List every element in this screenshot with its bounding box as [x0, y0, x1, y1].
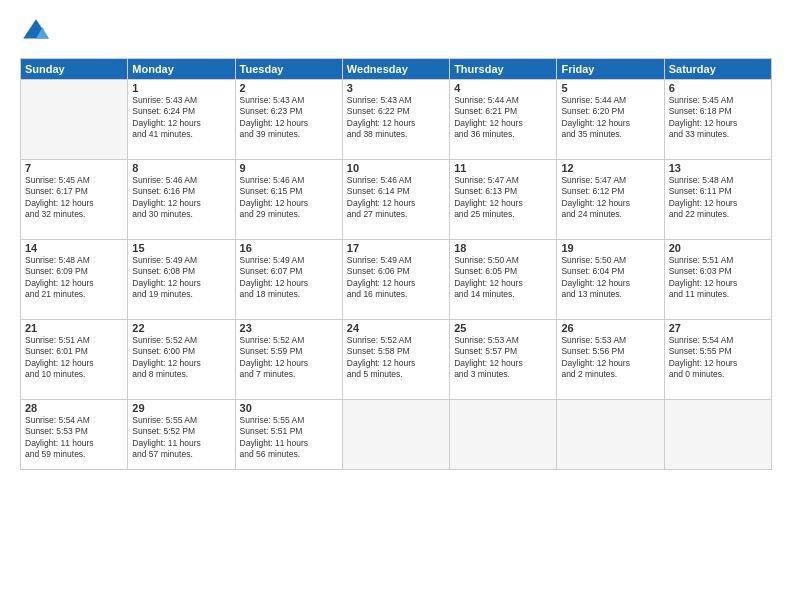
day-number: 29	[132, 402, 230, 414]
calendar-cell: 13Sunrise: 5:48 AM Sunset: 6:11 PM Dayli…	[664, 160, 771, 240]
calendar-cell	[342, 400, 449, 470]
calendar-header-sunday: Sunday	[21, 59, 128, 80]
page: SundayMondayTuesdayWednesdayThursdayFrid…	[0, 0, 792, 612]
day-number: 28	[25, 402, 123, 414]
calendar-cell: 26Sunrise: 5:53 AM Sunset: 5:56 PM Dayli…	[557, 320, 664, 400]
day-info: Sunrise: 5:43 AM Sunset: 6:24 PM Dayligh…	[132, 95, 230, 141]
calendar-cell: 24Sunrise: 5:52 AM Sunset: 5:58 PM Dayli…	[342, 320, 449, 400]
day-info: Sunrise: 5:46 AM Sunset: 6:16 PM Dayligh…	[132, 175, 230, 221]
day-number: 22	[132, 322, 230, 334]
day-info: Sunrise: 5:50 AM Sunset: 6:05 PM Dayligh…	[454, 255, 552, 301]
day-info: Sunrise: 5:52 AM Sunset: 5:59 PM Dayligh…	[240, 335, 338, 381]
day-number: 27	[669, 322, 767, 334]
calendar-cell: 27Sunrise: 5:54 AM Sunset: 5:55 PM Dayli…	[664, 320, 771, 400]
day-number: 14	[25, 242, 123, 254]
calendar-cell: 18Sunrise: 5:50 AM Sunset: 6:05 PM Dayli…	[450, 240, 557, 320]
day-info: Sunrise: 5:48 AM Sunset: 6:11 PM Dayligh…	[669, 175, 767, 221]
day-number: 18	[454, 242, 552, 254]
calendar-cell	[21, 80, 128, 160]
day-info: Sunrise: 5:53 AM Sunset: 5:57 PM Dayligh…	[454, 335, 552, 381]
calendar-cell: 15Sunrise: 5:49 AM Sunset: 6:08 PM Dayli…	[128, 240, 235, 320]
day-number: 24	[347, 322, 445, 334]
calendar-header-row: SundayMondayTuesdayWednesdayThursdayFrid…	[21, 59, 772, 80]
day-info: Sunrise: 5:43 AM Sunset: 6:23 PM Dayligh…	[240, 95, 338, 141]
day-info: Sunrise: 5:44 AM Sunset: 6:20 PM Dayligh…	[561, 95, 659, 141]
day-number: 15	[132, 242, 230, 254]
calendar-cell: 4Sunrise: 5:44 AM Sunset: 6:21 PM Daylig…	[450, 80, 557, 160]
calendar-cell: 30Sunrise: 5:55 AM Sunset: 5:51 PM Dayli…	[235, 400, 342, 470]
calendar-cell: 14Sunrise: 5:48 AM Sunset: 6:09 PM Dayli…	[21, 240, 128, 320]
calendar-week-1: 1Sunrise: 5:43 AM Sunset: 6:24 PM Daylig…	[21, 80, 772, 160]
day-number: 2	[240, 82, 338, 94]
day-info: Sunrise: 5:49 AM Sunset: 6:08 PM Dayligh…	[132, 255, 230, 301]
calendar-cell: 17Sunrise: 5:49 AM Sunset: 6:06 PM Dayli…	[342, 240, 449, 320]
day-info: Sunrise: 5:52 AM Sunset: 5:58 PM Dayligh…	[347, 335, 445, 381]
day-number: 17	[347, 242, 445, 254]
day-info: Sunrise: 5:55 AM Sunset: 5:52 PM Dayligh…	[132, 415, 230, 461]
day-number: 16	[240, 242, 338, 254]
calendar-cell: 10Sunrise: 5:46 AM Sunset: 6:14 PM Dayli…	[342, 160, 449, 240]
calendar-cell	[664, 400, 771, 470]
calendar-cell	[557, 400, 664, 470]
calendar-cell	[450, 400, 557, 470]
calendar-cell: 29Sunrise: 5:55 AM Sunset: 5:52 PM Dayli…	[128, 400, 235, 470]
calendar-cell: 7Sunrise: 5:45 AM Sunset: 6:17 PM Daylig…	[21, 160, 128, 240]
day-number: 21	[25, 322, 123, 334]
day-number: 30	[240, 402, 338, 414]
calendar-cell: 28Sunrise: 5:54 AM Sunset: 5:53 PM Dayli…	[21, 400, 128, 470]
day-number: 6	[669, 82, 767, 94]
day-number: 23	[240, 322, 338, 334]
calendar-cell: 2Sunrise: 5:43 AM Sunset: 6:23 PM Daylig…	[235, 80, 342, 160]
day-info: Sunrise: 5:51 AM Sunset: 6:01 PM Dayligh…	[25, 335, 123, 381]
calendar-cell: 1Sunrise: 5:43 AM Sunset: 6:24 PM Daylig…	[128, 80, 235, 160]
day-number: 3	[347, 82, 445, 94]
header	[20, 16, 772, 48]
day-number: 20	[669, 242, 767, 254]
day-info: Sunrise: 5:54 AM Sunset: 5:55 PM Dayligh…	[669, 335, 767, 381]
calendar-cell: 23Sunrise: 5:52 AM Sunset: 5:59 PM Dayli…	[235, 320, 342, 400]
calendar-week-4: 21Sunrise: 5:51 AM Sunset: 6:01 PM Dayli…	[21, 320, 772, 400]
calendar-header-tuesday: Tuesday	[235, 59, 342, 80]
calendar-header-friday: Friday	[557, 59, 664, 80]
day-info: Sunrise: 5:53 AM Sunset: 5:56 PM Dayligh…	[561, 335, 659, 381]
day-info: Sunrise: 5:47 AM Sunset: 6:13 PM Dayligh…	[454, 175, 552, 221]
day-info: Sunrise: 5:54 AM Sunset: 5:53 PM Dayligh…	[25, 415, 123, 461]
calendar-header-wednesday: Wednesday	[342, 59, 449, 80]
day-info: Sunrise: 5:46 AM Sunset: 6:14 PM Dayligh…	[347, 175, 445, 221]
calendar-cell: 9Sunrise: 5:46 AM Sunset: 6:15 PM Daylig…	[235, 160, 342, 240]
day-info: Sunrise: 5:49 AM Sunset: 6:07 PM Dayligh…	[240, 255, 338, 301]
calendar-header-thursday: Thursday	[450, 59, 557, 80]
calendar-cell: 19Sunrise: 5:50 AM Sunset: 6:04 PM Dayli…	[557, 240, 664, 320]
day-info: Sunrise: 5:46 AM Sunset: 6:15 PM Dayligh…	[240, 175, 338, 221]
day-info: Sunrise: 5:45 AM Sunset: 6:17 PM Dayligh…	[25, 175, 123, 221]
calendar-cell: 22Sunrise: 5:52 AM Sunset: 6:00 PM Dayli…	[128, 320, 235, 400]
calendar-week-2: 7Sunrise: 5:45 AM Sunset: 6:17 PM Daylig…	[21, 160, 772, 240]
day-number: 8	[132, 162, 230, 174]
calendar-cell: 25Sunrise: 5:53 AM Sunset: 5:57 PM Dayli…	[450, 320, 557, 400]
calendar-cell: 12Sunrise: 5:47 AM Sunset: 6:12 PM Dayli…	[557, 160, 664, 240]
calendar-cell: 11Sunrise: 5:47 AM Sunset: 6:13 PM Dayli…	[450, 160, 557, 240]
day-info: Sunrise: 5:55 AM Sunset: 5:51 PM Dayligh…	[240, 415, 338, 461]
day-info: Sunrise: 5:43 AM Sunset: 6:22 PM Dayligh…	[347, 95, 445, 141]
day-info: Sunrise: 5:47 AM Sunset: 6:12 PM Dayligh…	[561, 175, 659, 221]
day-number: 5	[561, 82, 659, 94]
calendar-cell: 20Sunrise: 5:51 AM Sunset: 6:03 PM Dayli…	[664, 240, 771, 320]
day-number: 7	[25, 162, 123, 174]
day-number: 11	[454, 162, 552, 174]
day-number: 19	[561, 242, 659, 254]
calendar-cell: 3Sunrise: 5:43 AM Sunset: 6:22 PM Daylig…	[342, 80, 449, 160]
calendar-header-saturday: Saturday	[664, 59, 771, 80]
day-number: 26	[561, 322, 659, 334]
day-number: 4	[454, 82, 552, 94]
calendar-cell: 16Sunrise: 5:49 AM Sunset: 6:07 PM Dayli…	[235, 240, 342, 320]
logo-icon	[20, 16, 52, 48]
day-info: Sunrise: 5:45 AM Sunset: 6:18 PM Dayligh…	[669, 95, 767, 141]
day-number: 12	[561, 162, 659, 174]
calendar-cell: 5Sunrise: 5:44 AM Sunset: 6:20 PM Daylig…	[557, 80, 664, 160]
day-info: Sunrise: 5:49 AM Sunset: 6:06 PM Dayligh…	[347, 255, 445, 301]
day-info: Sunrise: 5:48 AM Sunset: 6:09 PM Dayligh…	[25, 255, 123, 301]
day-number: 25	[454, 322, 552, 334]
calendar-cell: 8Sunrise: 5:46 AM Sunset: 6:16 PM Daylig…	[128, 160, 235, 240]
calendar-week-3: 14Sunrise: 5:48 AM Sunset: 6:09 PM Dayli…	[21, 240, 772, 320]
calendar-header-monday: Monday	[128, 59, 235, 80]
